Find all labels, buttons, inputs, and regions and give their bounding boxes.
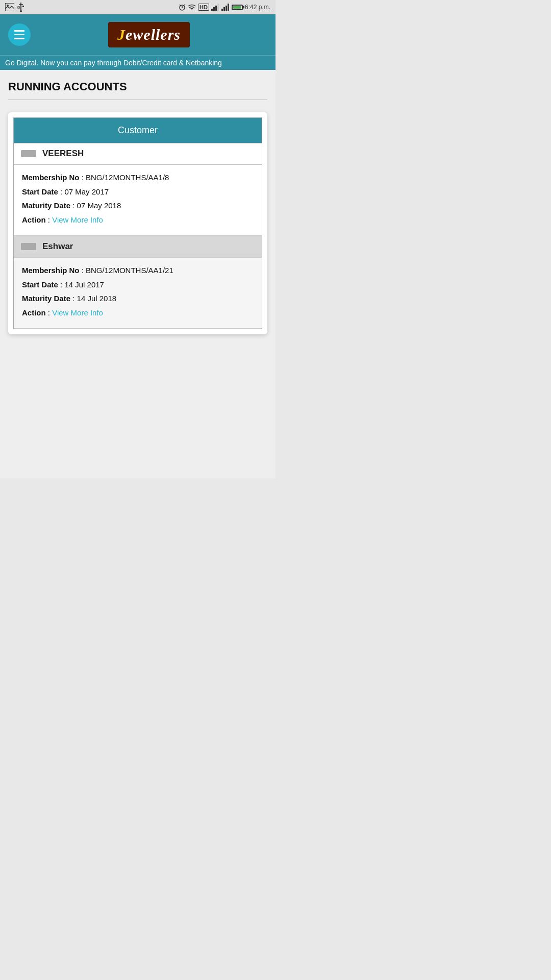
accounts-card: Customer VEERESH (8, 112, 267, 334)
view-more-info-link-veeresh[interactable]: View More Info (52, 215, 103, 224)
customer-row-eshwar: Eshwar (14, 236, 262, 257)
svg-rect-13 (211, 9, 213, 11)
start-date-label: Start Date (22, 187, 58, 196)
ticker-bar: Go Digital. Now you can pay through Debi… (0, 55, 276, 70)
action-line-veeresh: Action : View More Info (22, 214, 254, 226)
svg-rect-14 (213, 7, 215, 11)
action-label: Action (22, 215, 46, 224)
signal2-icon (221, 4, 230, 11)
logo-box: Jewellers (108, 22, 190, 47)
signal1-icon (211, 4, 219, 11)
maturity-date-label: Maturity Date (22, 201, 70, 210)
logo-text: Jewellers (117, 26, 181, 43)
table-header-cell: Customer (14, 118, 262, 143)
header: Jewellers (0, 14, 276, 55)
svg-rect-19 (226, 6, 227, 11)
menu-button[interactable] (8, 23, 31, 46)
action-line-eshwar: Action : View More Info (22, 307, 254, 319)
accounts-table: Customer VEERESH (13, 117, 262, 329)
svg-line-9 (182, 8, 183, 8)
maturity-date-separator-2: : (72, 294, 77, 303)
membership-label-2: Membership No (22, 266, 80, 275)
start-date-label-2: Start Date (22, 280, 58, 289)
maturity-date-line-eshwar: Maturity Date : 14 Jul 2018 (22, 293, 254, 305)
start-date-line-eshwar: Start Date : 14 Jul 2017 (22, 279, 254, 291)
customer-icon-eshwar (21, 243, 36, 250)
status-right-icons: HD 6:42 p.m. (179, 4, 270, 11)
details-row-eshwar: Membership No : BNG/12MONTHS/AA1/21 Star… (14, 257, 262, 329)
alarm-icon (179, 4, 186, 11)
page-content: RUNNING ACCOUNTS Customer VEERESH (0, 70, 276, 478)
svg-rect-4 (22, 6, 24, 7)
menu-line-3 (14, 38, 24, 39)
page-title: RUNNING ACCOUNTS (8, 80, 267, 93)
status-left-icons (5, 3, 24, 12)
action-separator-2: : (48, 308, 52, 317)
membership-separator: : (82, 173, 86, 182)
logo-j: J (117, 26, 126, 43)
customer-name-eshwar: Eshwar (42, 241, 73, 252)
image-icon (5, 3, 14, 11)
time-display: 6:42 p.m. (245, 4, 270, 11)
membership-label: Membership No (22, 173, 80, 182)
membership-separator-2: : (82, 266, 86, 275)
svg-line-10 (180, 5, 181, 6)
battery-icon (232, 5, 243, 10)
table-row: VEERESH (14, 143, 262, 164)
logo-ewellers: ewellers (126, 26, 181, 43)
maturity-date-line-veeresh: Maturity Date : 07 May 2018 (22, 200, 254, 212)
svg-point-12 (191, 10, 193, 11)
table-row: Membership No : BNG/12MONTHS/AA1/21 Star… (14, 257, 262, 329)
customer-icon-veeresh (21, 150, 36, 157)
menu-line-1 (14, 30, 24, 32)
table-row: Membership No : BNG/12MONTHS/AA1/8 Start… (14, 164, 262, 236)
maturity-date-label-2: Maturity Date (22, 294, 70, 303)
svg-rect-20 (228, 4, 229, 11)
svg-rect-15 (215, 6, 217, 11)
table-row: Eshwar (14, 236, 262, 257)
action-label-2: Action (22, 308, 46, 317)
svg-rect-16 (217, 4, 219, 11)
menu-line-2 (14, 34, 24, 36)
status-bar: HD 6:42 p.m. (0, 0, 276, 14)
start-date-line-veeresh: Start Date : 07 May 2017 (22, 186, 254, 198)
membership-line-eshwar: Membership No : BNG/12MONTHS/AA1/21 (22, 265, 254, 277)
ticker-text: Go Digital. Now you can pay through Debi… (5, 59, 222, 67)
title-divider (8, 100, 267, 100)
membership-value-veeresh: BNG/12MONTHS/AA1/8 (86, 173, 169, 182)
svg-line-11 (184, 5, 185, 6)
view-more-info-link-eshwar[interactable]: View More Info (52, 308, 103, 317)
svg-rect-18 (223, 7, 225, 11)
customer-name-veeresh: VEERESH (42, 149, 84, 159)
action-separator: : (48, 215, 52, 224)
maturity-date-value-veeresh: 07 May 2018 (77, 201, 121, 210)
maturity-date-value-eshwar: 14 Jul 2018 (77, 294, 117, 303)
details-row-veeresh: Membership No : BNG/12MONTHS/AA1/8 Start… (14, 164, 262, 236)
membership-line-veeresh: Membership No : BNG/12MONTHS/AA1/8 (22, 172, 254, 184)
membership-value-eshwar: BNG/12MONTHS/AA1/21 (86, 266, 173, 275)
logo-container: Jewellers (31, 22, 267, 47)
table-header-row: Customer (14, 118, 262, 143)
hd-icon: HD (198, 4, 209, 11)
svg-rect-5 (18, 7, 19, 8)
wifi-icon (188, 4, 196, 10)
customer-row-veeresh: VEERESH (14, 143, 262, 164)
start-date-value-eshwar: 14 Jul 2017 (64, 280, 104, 289)
svg-point-6 (20, 10, 22, 12)
svg-rect-17 (221, 9, 223, 11)
usb-icon (17, 3, 24, 12)
start-date-value-veeresh: 07 May 2017 (64, 187, 109, 196)
maturity-date-separator: : (72, 201, 77, 210)
